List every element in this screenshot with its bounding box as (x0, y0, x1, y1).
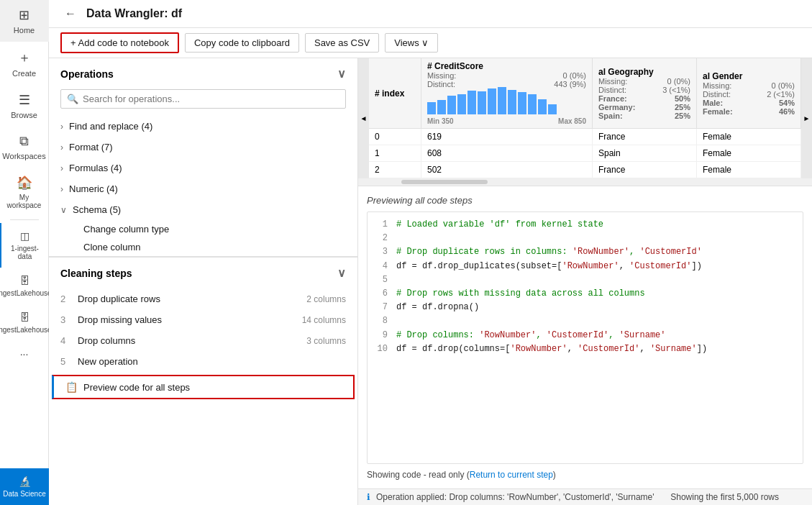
home-icon: ⊞ (19, 7, 29, 23)
cell-gender-1: Female (696, 145, 800, 162)
code-line-7: 7 df = df.dropna() (373, 301, 797, 314)
cell-gender-2: Female (696, 162, 800, 178)
nav-1-ingest-data[interactable]: ◫ 1-ingest-data (0, 223, 49, 268)
op-clone-column[interactable]: Clone column (60, 238, 346, 256)
operations-search-box[interactable]: 🔍 (60, 89, 346, 109)
copy-clipboard-label: Copy code to clipboard (194, 37, 290, 48)
nav-home[interactable]: ⊞ Home (0, 0, 49, 42)
op-group-formulas[interactable]: › Formulas (4) (60, 158, 346, 178)
gender-stats: Male:54% Female:46% (703, 99, 795, 116)
nav-ingest-lakehouse-1[interactable]: 🗄 IngestLakehouse (0, 268, 49, 304)
operations-section: Operations ∨ 🔍 › Find and replace (4) › … (49, 58, 357, 257)
cell-creditscore-0: 619 (421, 129, 592, 145)
operations-search-input[interactable] (83, 94, 339, 104)
left-panel: Operations ∨ 🔍 › Find and replace (4) › … (49, 58, 358, 505)
code-block[interactable]: 1 # Loaded variable 'df' from kernel sta… (367, 211, 803, 464)
cell-geography-0: France (593, 129, 697, 145)
step-3-num: 3 (60, 314, 72, 325)
op-group-format[interactable]: › Format (7) (60, 137, 346, 158)
step-4-detail: 3 columns (306, 336, 346, 346)
nav-my-workspace[interactable]: 🏠 My workspace (0, 168, 49, 217)
cleaning-section: Cleaning steps ∨ 2 Drop duplicate rows 2… (49, 257, 357, 505)
step-3-detail: 14 columns (302, 315, 346, 325)
preview-code-label: Preview code for all steps (83, 382, 190, 393)
cleaning-step-5[interactable]: 5 New operation (49, 351, 357, 372)
my-workspace-icon: 🏠 (17, 175, 32, 191)
cell-index-0: 0 (369, 129, 421, 145)
step-4-num: 4 (60, 335, 72, 346)
op-change-column-type[interactable]: Change column type (60, 220, 346, 238)
content-split: Operations ∨ 🔍 › Find and replace (4) › … (49, 58, 812, 505)
table-scroll-right-btn[interactable]: ► (801, 58, 812, 178)
nav-ingest-data-label: 1-ingest-data (4, 245, 46, 260)
find-replace-chevron: › (60, 122, 63, 132)
step-3-label: Drop missing values (78, 314, 296, 325)
op-group-schema[interactable]: ∨ Schema (5) (60, 199, 346, 220)
lakehouse-1-icon: 🗄 (19, 275, 29, 286)
rows-info: Showing the first 5,000 rows (670, 492, 779, 502)
cleaning-steps-chevron[interactable]: ∨ (337, 266, 346, 280)
step-5-label: New operation (78, 356, 346, 367)
operations-groups: › Find and replace (4) › Format (7) › Fo… (49, 116, 357, 256)
nav-ingest-lakehouse-2[interactable]: 🗄 IngestLakehouse (0, 304, 49, 341)
hist-bar (488, 88, 496, 114)
browse-icon: ☰ (19, 92, 30, 108)
code-line-9: 9 # Drop columns: 'RowNumber', 'Customer… (373, 329, 797, 342)
col-creditscore-name: CreditScore (434, 61, 483, 71)
ingest-data-icon: ◫ (20, 230, 29, 242)
nav-more[interactable]: ··· (0, 341, 49, 367)
main-area: ← Data Wrangler: df + Add code to notebo… (49, 0, 812, 505)
code-line-2: 2 (373, 232, 797, 245)
copy-clipboard-button[interactable]: Copy code to clipboard (185, 33, 299, 53)
code-line-3: 3 # Drop duplicate rows in columns: 'Row… (373, 245, 797, 259)
cleaning-step-2[interactable]: 2 Drop duplicate rows 2 columns (49, 288, 357, 309)
hist-bar (518, 92, 526, 114)
code-line-6: 6 # Drop rows with missing data across a… (373, 287, 797, 301)
more-icon: ··· (20, 348, 29, 360)
formulas-chevron: › (60, 163, 63, 173)
cell-creditscore-2: 502 (421, 162, 592, 178)
workspaces-icon: ⧉ (19, 134, 29, 149)
status-bar: ℹ Operation applied: Drop columns: 'RowN… (358, 488, 812, 505)
hist-bar (508, 90, 516, 114)
code-line-1: 1 # Loaded variable 'df' from kernel sta… (373, 218, 797, 232)
info-icon: ℹ (367, 492, 370, 502)
cell-gender-0: Female (696, 129, 800, 145)
nav-browse-label: Browse (11, 111, 37, 119)
back-button[interactable]: ← (60, 6, 81, 22)
format-label: Format (7) (69, 142, 113, 153)
nav-browse[interactable]: ☰ Browse (0, 85, 49, 127)
nav-home-label: Home (14, 26, 35, 35)
add-notebook-label: + Add code to notebook (70, 37, 169, 48)
nav-create[interactable]: ＋ Create (0, 42, 49, 85)
save-csv-button[interactable]: Save as CSV (305, 33, 379, 53)
views-button[interactable]: Views ∨ (385, 33, 438, 53)
nav-sidebar: ⊞ Home ＋ Create ☰ Browse ⧉ Workspaces 🏠 … (0, 0, 49, 505)
preview-code-button[interactable]: 📋 Preview code for all steps (54, 376, 353, 398)
col-header-gender: al Gender Missing:0 (0%) Distinct:2 (<1%… (696, 58, 800, 129)
cell-geography-2: France (593, 162, 697, 178)
cleaning-step-3[interactable]: 3 Drop missing values 14 columns (49, 309, 357, 330)
step-2-detail: 2 columns (306, 294, 346, 304)
add-code-notebook-button[interactable]: + Add code to notebook (60, 32, 179, 53)
header: ← Data Wrangler: df (49, 0, 812, 28)
nav-workspaces[interactable]: ⧉ Workspaces (0, 127, 49, 168)
operations-collapse-chevron[interactable]: ∨ (337, 67, 346, 81)
cleaning-step-4[interactable]: 4 Drop columns 3 columns (49, 330, 357, 351)
table-scroll-left-btn[interactable]: ◄ (358, 58, 369, 178)
code-line-5: 5 (373, 273, 797, 287)
step-2-num: 2 (60, 294, 72, 304)
col-header-creditscore: # CreditScore Missing:0 (0%) Distinct:44… (421, 58, 592, 129)
toolbar: + Add code to notebook Copy code to clip… (49, 28, 812, 58)
op-group-find-replace[interactable]: › Find and replace (4) (60, 116, 346, 137)
col-header-index: # index (369, 58, 421, 129)
find-replace-label: Find and replace (4) (69, 121, 152, 132)
nav-workspaces-label: Workspaces (2, 152, 45, 160)
operations-title: Operations (60, 68, 114, 80)
table-row: 0 619 France Female (369, 129, 801, 145)
op-group-numeric[interactable]: › Numeric (4) (60, 178, 346, 199)
return-to-current-step-link[interactable]: Return to current step (470, 470, 553, 480)
nav-my-workspace-label: My workspace (3, 194, 46, 209)
code-preview-area: Previewing all code steps 1 # Loaded var… (358, 186, 812, 488)
nav-data-science[interactable]: 🔬 Data Science (0, 468, 49, 505)
